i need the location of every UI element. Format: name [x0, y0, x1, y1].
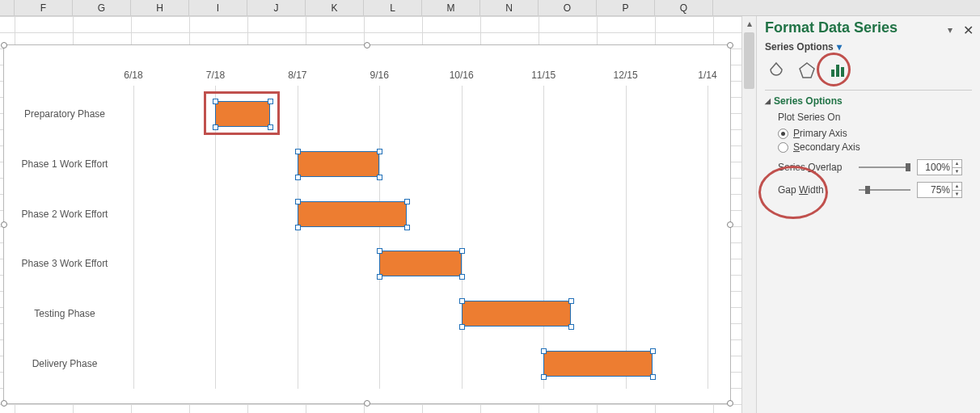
- x-axis-tick: 7/18: [206, 70, 225, 81]
- scroll-thumb[interactable]: [744, 32, 754, 89]
- scroll-track[interactable]: [742, 31, 756, 413]
- svg-marker-0: [800, 63, 814, 78]
- chevron-down-icon: ▾: [837, 41, 842, 53]
- column-header[interactable]: H: [131, 0, 189, 15]
- selection-handle[interactable]: [295, 199, 301, 204]
- data-bar[interactable]: [298, 151, 379, 177]
- gap-width-row: Gap Width 75% ▲▼: [765, 182, 972, 198]
- column-header[interactable]: G: [73, 0, 131, 15]
- data-bar[interactable]: [298, 201, 407, 227]
- column-header[interactable]: N: [480, 0, 539, 15]
- spinner[interactable]: ▲▼: [952, 160, 961, 175]
- selection-handle[interactable]: [404, 199, 410, 204]
- radio-icon: [778, 142, 788, 153]
- x-axis-tick: 12/15: [614, 70, 638, 81]
- column-header[interactable]: J: [247, 0, 306, 15]
- pane-close-button[interactable]: ✕: [963, 23, 974, 38]
- selection-handle[interactable]: [541, 348, 547, 354]
- selection-handle[interactable]: [295, 225, 301, 230]
- x-axis-tick: 8/17: [288, 70, 306, 81]
- series-options-section-header[interactable]: ◢ Series Options: [765, 95, 972, 107]
- column-header[interactable]: L: [364, 0, 422, 15]
- gap-width-input[interactable]: 75% ▲▼: [917, 182, 962, 198]
- series-overlap-input[interactable]: 100% ▲▼: [917, 159, 962, 175]
- section-header-label: Series Options: [774, 95, 843, 107]
- chart-resize-handle[interactable]: [727, 221, 733, 228]
- pane-title: Format Data Series: [765, 19, 972, 36]
- pane-menu-button[interactable]: ▾: [948, 24, 953, 36]
- selection-handle[interactable]: [295, 175, 301, 180]
- selection-handle[interactable]: [568, 324, 574, 330]
- plot-area[interactable]: 6/187/188/179/1610/1611/1512/151/14Prepa…: [4, 70, 716, 389]
- selection-handle[interactable]: [377, 175, 382, 180]
- chart-resize-handle[interactable]: [364, 42, 370, 48]
- primary-axis-label: Primary Axis: [793, 128, 847, 139]
- column-header[interactable]: P: [597, 0, 655, 15]
- column-header[interactable]: F: [15, 0, 73, 15]
- column-header[interactable]: K: [306, 0, 364, 15]
- series-overlap-value: 100%: [925, 162, 950, 173]
- selection-handle[interactable]: [295, 149, 301, 154]
- y-axis-category: Phase 2 Work Effort: [4, 209, 125, 220]
- secondary-axis-radio[interactable]: Secondary Axis: [778, 141, 972, 153]
- chart-resize-handle[interactable]: [727, 42, 733, 48]
- gap-width-value: 75%: [931, 184, 950, 196]
- x-axis-tick: 9/16: [370, 70, 389, 81]
- secondary-axis-label: Secondary Axis: [793, 141, 860, 153]
- x-axis-tick: 10/16: [450, 70, 474, 81]
- selection-handle[interactable]: [459, 324, 465, 330]
- annotation-rectangle: [204, 91, 280, 135]
- y-axis-category: Phase 1 Work Effort: [4, 158, 125, 170]
- selection-handle[interactable]: [459, 298, 465, 304]
- format-category-icons: [765, 59, 972, 82]
- data-bar[interactable]: [462, 301, 571, 327]
- selection-handle[interactable]: [377, 248, 382, 254]
- annotation-circle: [817, 53, 851, 86]
- spinner[interactable]: ▲▼: [952, 183, 961, 197]
- x-axis-tick: 11/15: [531, 70, 555, 81]
- chart-resize-handle[interactable]: [1, 42, 7, 48]
- column-header[interactable]: M: [422, 0, 480, 15]
- selection-handle[interactable]: [404, 225, 410, 230]
- column-header[interactable]: O: [539, 0, 597, 15]
- y-axis-category: Preparatory Phase: [4, 108, 125, 120]
- series-overlap-slider[interactable]: [859, 162, 910, 172]
- selection-handle[interactable]: [459, 248, 465, 254]
- y-axis-category: Delivery Phase: [4, 358, 125, 369]
- selection-handle[interactable]: [650, 348, 656, 354]
- collapse-triangle-icon: ◢: [765, 97, 771, 105]
- fill-line-icon[interactable]: [765, 59, 788, 82]
- y-axis-category: Testing Phase: [4, 308, 125, 319]
- column-headers: FGHIJKLMNOPQ: [0, 0, 980, 16]
- column-header[interactable]: I: [189, 0, 247, 15]
- selection-handle[interactable]: [377, 149, 382, 154]
- series-options-dropdown-label: Series Options: [765, 41, 834, 53]
- format-data-series-pane: Format Data Series ▾ ✕ Series Options ▾: [756, 16, 980, 413]
- column-header[interactable]: Q: [655, 0, 713, 15]
- data-bar[interactable]: [379, 251, 461, 276]
- effects-icon[interactable]: [796, 59, 818, 82]
- x-axis-tick: 6/18: [124, 70, 142, 81]
- radio-icon: [778, 129, 788, 139]
- scroll-up-button[interactable]: ▴: [742, 16, 756, 31]
- data-bar[interactable]: [543, 351, 653, 377]
- plot-series-on-label: Plot Series On: [778, 112, 972, 123]
- vertical-scrollbar[interactable]: ▴ ▾: [741, 16, 756, 413]
- selection-handle[interactable]: [541, 374, 547, 380]
- chart-resize-handle[interactable]: [727, 400, 733, 407]
- selection-handle[interactable]: [459, 274, 465, 280]
- chart-resize-handle[interactable]: [1, 400, 7, 407]
- selection-handle[interactable]: [568, 298, 574, 304]
- y-axis-category: Phase 3 Work Effort: [4, 258, 125, 269]
- annotation-circle: [758, 166, 828, 219]
- selection-handle[interactable]: [377, 274, 382, 280]
- worksheet-area[interactable]: 6/187/188/179/1610/1611/1512/151/14Prepa…: [0, 16, 741, 413]
- selection-handle[interactable]: [650, 374, 656, 380]
- primary-axis-radio[interactable]: Primary Axis: [778, 128, 972, 139]
- chart-resize-handle[interactable]: [364, 400, 370, 407]
- x-axis-tick: 1/14: [698, 70, 716, 81]
- chart-object[interactable]: 6/187/188/179/1610/1611/1512/151/14Prepa…: [3, 44, 731, 404]
- series-options-dropdown[interactable]: Series Options ▾: [765, 41, 972, 53]
- gap-width-slider[interactable]: [859, 185, 910, 195]
